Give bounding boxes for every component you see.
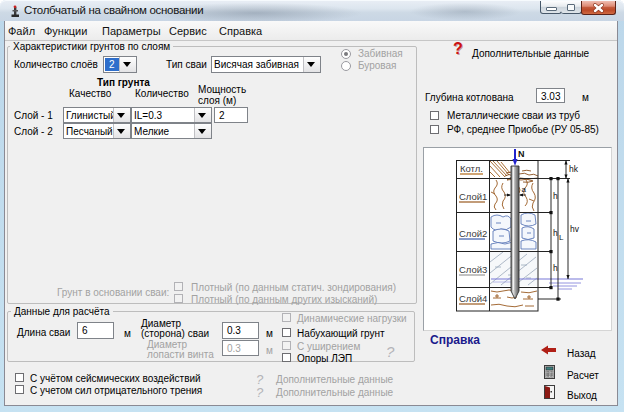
svg-text:hv: hv: [570, 224, 580, 234]
svg-text:Слой2: Слой2: [459, 228, 487, 239]
svg-text:Слой1: Слой1: [459, 191, 487, 202]
svg-text:h: h: [553, 263, 558, 273]
svg-text:hk: hk: [569, 164, 579, 174]
svg-text:L: L: [559, 233, 564, 242]
svg-text:a: a: [522, 185, 527, 194]
svg-text:h: h: [553, 228, 558, 238]
svg-text:Слой3: Слой3: [459, 264, 487, 275]
svg-text:N: N: [518, 149, 525, 159]
svg-text:Котл.: Котл.: [460, 163, 483, 174]
svg-text:Слой4: Слой4: [459, 293, 487, 304]
svg-text:h: h: [553, 191, 558, 201]
